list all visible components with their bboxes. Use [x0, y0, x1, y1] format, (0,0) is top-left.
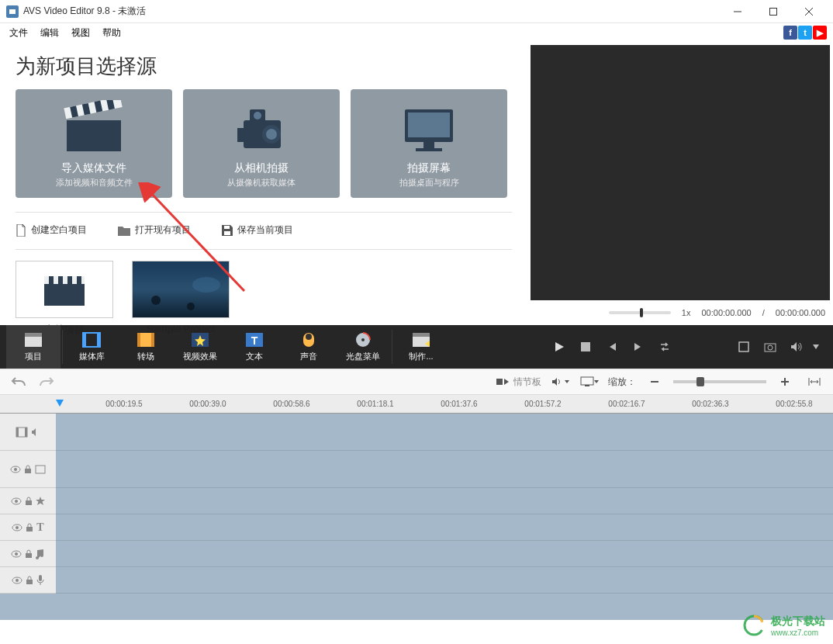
- track-body[interactable]: [56, 414, 833, 594]
- titlebar: AVS Video Editor 9.8 - 未激活: [0, 0, 833, 23]
- tool-label: 媒体库: [79, 351, 105, 362]
- prev-button[interactable]: [602, 337, 622, 357]
- tool-produce[interactable]: 制作...: [394, 325, 448, 369]
- speed-slider[interactable]: [609, 311, 671, 314]
- monitor-icon: [394, 100, 464, 154]
- zoom-out-button[interactable]: [644, 372, 665, 391]
- maximize-button[interactable]: [755, 0, 791, 23]
- card-title: 从相机拍摄: [234, 161, 289, 175]
- svg-rect-25: [77, 276, 81, 284]
- text-track-head[interactable]: T: [0, 514, 56, 541]
- youtube-icon[interactable]: ▶: [813, 26, 827, 40]
- timeline-controls: 情节板 缩放：: [0, 369, 833, 395]
- next-button[interactable]: [628, 337, 648, 357]
- svg-rect-1: [770, 8, 777, 15]
- undo-button[interactable]: [8, 372, 29, 391]
- audio-track-head[interactable]: [0, 541, 56, 567]
- star-icon: [36, 497, 45, 506]
- track-row[interactable]: [56, 514, 833, 541]
- svg-rect-62: [26, 500, 32, 505]
- svg-rect-24: [67, 276, 72, 284]
- tool-label: 项目: [25, 351, 42, 362]
- overlay-track-head[interactable]: [0, 451, 56, 488]
- track-row[interactable]: [56, 451, 833, 488]
- play-button[interactable]: [549, 337, 569, 357]
- svg-rect-22: [49, 276, 54, 284]
- snapshot-button[interactable]: [760, 337, 780, 357]
- camera-capture-card[interactable]: 从相机拍摄 从摄像机获取媒体: [183, 89, 340, 198]
- zoom-label: 缩放：: [608, 376, 636, 389]
- svg-point-61: [15, 500, 18, 503]
- zoom-slider[interactable]: [673, 380, 766, 383]
- track-row[interactable]: [56, 541, 833, 567]
- playhead-marker[interactable]: [56, 400, 64, 407]
- close-button[interactable]: [791, 0, 827, 23]
- svg-rect-45: [413, 333, 430, 337]
- display-options-button[interactable]: [579, 372, 600, 391]
- separator: [392, 330, 392, 364]
- screen-capture-card[interactable]: 拍摄屏幕 拍摄桌面与程序: [351, 89, 507, 198]
- svg-rect-65: [26, 527, 33, 531]
- loop-button[interactable]: [655, 337, 675, 357]
- tool-voice[interactable]: 声音: [282, 325, 336, 369]
- player-controls: [549, 337, 827, 357]
- card-title: 导入媒体文件: [61, 161, 126, 175]
- fit-button[interactable]: [804, 372, 825, 391]
- save-project-link[interactable]: 保存当前项目: [222, 223, 293, 237]
- track-headers: T: [0, 414, 56, 594]
- audio-mixer-button[interactable]: [549, 372, 571, 391]
- minimize-button[interactable]: [720, 0, 755, 23]
- timeline-ruler[interactable]: 00:00:19.5 00:00:39.0 00:00:58.6 00:01:1…: [0, 395, 833, 414]
- svg-rect-16: [423, 142, 434, 148]
- open-project-link[interactable]: 打开现有项目: [118, 223, 191, 237]
- svg-rect-55: [25, 428, 27, 437]
- video-track-head[interactable]: [0, 414, 56, 451]
- menu-help[interactable]: 帮助: [96, 25, 127, 41]
- menu-edit[interactable]: 编辑: [34, 25, 65, 41]
- tool-transition[interactable]: 转场: [119, 325, 173, 369]
- tool-library[interactable]: 媒体库: [64, 325, 119, 369]
- redo-button[interactable]: [36, 372, 57, 391]
- tool-text[interactable]: T 文本: [227, 325, 282, 369]
- fullscreen-button[interactable]: [734, 337, 754, 357]
- timeline-right-controls: 情节板 缩放：: [496, 372, 825, 391]
- lock-icon: [26, 523, 33, 532]
- svg-point-10: [266, 129, 277, 140]
- volume-button[interactable]: [786, 337, 807, 357]
- speed-label: 1x: [682, 308, 691, 317]
- tool-videofx[interactable]: 视频效果: [173, 325, 227, 369]
- preview-screen[interactable]: [531, 45, 830, 300]
- tool-disc[interactable]: 光盘菜单: [336, 325, 390, 369]
- storyboard-toggle[interactable]: 情节板: [496, 372, 541, 391]
- svg-rect-15: [408, 113, 450, 137]
- stop-button[interactable]: [575, 337, 596, 357]
- preview-panel: 1x 00:00:00.000 / 00:00:00.000: [527, 42, 833, 325]
- effect-track-head[interactable]: [0, 488, 56, 514]
- tool-label: 制作...: [409, 351, 433, 362]
- track-row[interactable]: [56, 567, 833, 594]
- menu-view[interactable]: 视图: [65, 25, 96, 41]
- svg-point-27: [187, 303, 195, 310]
- create-blank-link[interactable]: 创建空白项目: [16, 223, 87, 237]
- track-row[interactable]: [56, 488, 833, 514]
- svg-rect-52: [585, 385, 589, 386]
- facebook-icon[interactable]: f: [783, 26, 797, 40]
- preview-footer: 1x 00:00:00.000 / 00:00:00.000: [531, 303, 830, 322]
- svg-rect-35: [137, 333, 140, 347]
- import-media-card[interactable]: 导入媒体文件 添加视频和音频文件: [16, 89, 172, 198]
- toolbar: 项目 媒体库 转场 视频效果 T 文本 声音 光盘菜单 制作...: [0, 325, 833, 369]
- voice-track-head[interactable]: [0, 567, 56, 594]
- zoom-in-button[interactable]: [774, 372, 796, 391]
- menu-file[interactable]: 文件: [3, 25, 34, 41]
- svg-point-49: [768, 345, 773, 350]
- tool-label: 光盘菜单: [346, 351, 380, 362]
- lock-icon: [25, 549, 33, 559]
- dropdown-icon[interactable]: [813, 345, 819, 349]
- tool-project[interactable]: 项目: [6, 325, 60, 369]
- disc-icon: [353, 331, 373, 348]
- project-thumbnail: [132, 261, 230, 318]
- twitter-icon[interactable]: t: [798, 26, 812, 40]
- svg-rect-23: [58, 276, 63, 284]
- svg-point-12: [254, 112, 261, 119]
- track-row[interactable]: [56, 414, 833, 451]
